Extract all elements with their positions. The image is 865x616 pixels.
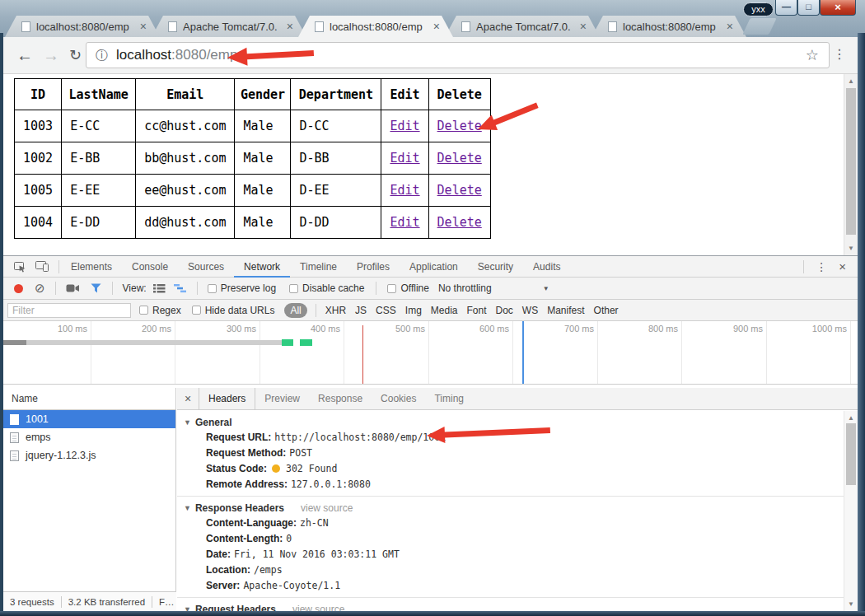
device-toolbar-icon[interactable]	[35, 260, 49, 273]
browser-tab-3-active[interactable]: localhost:8080/emp ×	[298, 16, 453, 37]
request-row-emps[interactable]: emps	[3, 428, 175, 446]
view-source-link[interactable]: view source	[301, 502, 353, 514]
window-minimize-button[interactable]: —	[775, 0, 797, 16]
filter-type-js[interactable]: JS	[355, 305, 367, 316]
browser-tab-1[interactable]: localhost:8080/emp ×	[5, 16, 160, 37]
clear-icon[interactable]: ⊘	[35, 281, 45, 296]
response-headers-header[interactable]: ▼ Response Headers view source	[184, 502, 844, 514]
tab-network[interactable]: Network	[234, 256, 290, 278]
filter-type-other[interactable]: Other	[594, 305, 619, 316]
delete-link[interactable]: Delete	[437, 151, 482, 166]
browser-tab-4[interactable]: Apache Tomcat/7.0. ×	[445, 16, 600, 37]
offline-checkbox[interactable]: Offline	[387, 282, 428, 294]
profile-badge[interactable]: yxx	[743, 2, 774, 16]
disable-cache-checkbox[interactable]: Disable cache	[289, 282, 364, 294]
devtools-menu-icon[interactable]: ⋮	[816, 260, 827, 273]
checkbox-icon[interactable]	[289, 284, 298, 293]
edit-link[interactable]: Edit	[390, 183, 419, 198]
tab-elements[interactable]: Elements	[61, 256, 122, 278]
tab-response[interactable]: Response	[309, 388, 372, 410]
filter-type-manifest[interactable]: Manifest	[547, 305, 584, 316]
waterfall-view-icon[interactable]	[174, 283, 187, 293]
preserve-log-checkbox[interactable]: Preserve log	[208, 282, 276, 294]
scrollbar-thumb[interactable]	[846, 423, 856, 485]
reload-icon[interactable]: ↻	[69, 45, 82, 65]
request-row-1001[interactable]: 1001	[3, 410, 175, 428]
tab-timeline[interactable]: Timeline	[290, 256, 347, 278]
tab-close-icon[interactable]: ×	[140, 21, 147, 32]
tab-close-icon[interactable]: ×	[433, 21, 440, 32]
tab-cookies[interactable]: Cookies	[372, 388, 425, 410]
filter-input[interactable]	[7, 303, 131, 318]
tab-application[interactable]: Application	[400, 256, 468, 278]
back-icon[interactable]: ←	[16, 45, 33, 65]
scroll-up-icon[interactable]: ▲	[844, 77, 858, 85]
throttling-select[interactable]: No throttling	[438, 282, 492, 294]
scrollbar-thumb[interactable]	[846, 88, 856, 235]
scroll-down-icon[interactable]: ▼	[844, 600, 858, 608]
request-headers-header[interactable]: ▼ Request Headers view source	[184, 604, 844, 611]
browser-tab-5[interactable]: localhost:8080/emp ×	[591, 16, 746, 37]
tab-security[interactable]: Security	[468, 256, 523, 278]
disclosure-triangle-icon[interactable]: ▼	[184, 605, 191, 611]
window-close-button[interactable]: ×	[820, 0, 856, 16]
tab-console[interactable]: Console	[122, 256, 178, 278]
filter-funnel-icon[interactable]	[91, 283, 101, 293]
checkbox-icon[interactable]	[208, 284, 217, 293]
filter-type-img[interactable]: Img	[405, 305, 422, 316]
detail-scrollbar[interactable]: ▲ ▼	[844, 411, 858, 611]
filter-type-ws[interactable]: WS	[522, 305, 538, 316]
filter-type-doc[interactable]: Doc	[496, 305, 513, 316]
delete-link[interactable]: Delete	[437, 215, 482, 230]
filter-type-xhr[interactable]: XHR	[325, 305, 346, 316]
tab-audits[interactable]: Audits	[523, 256, 570, 278]
scroll-up-icon[interactable]: ▲	[844, 414, 858, 422]
address-bar[interactable]: ⓘ localhost:8080/emps ☆	[86, 42, 830, 68]
request-row-jquery[interactable]: jquery-1.12.3.js	[3, 446, 175, 464]
hide-data-urls-checkbox[interactable]: Hide data URLs	[192, 305, 275, 316]
tab-headers[interactable]: Headers	[199, 388, 255, 410]
browser-menu-icon[interactable]: ⋮	[833, 46, 846, 62]
tab-close-icon[interactable]: ×	[580, 21, 587, 32]
checkbox-icon[interactable]	[139, 306, 148, 315]
devtools-close-icon[interactable]: ×	[839, 259, 846, 273]
window-maximize-button[interactable]: □	[797, 0, 820, 16]
network-timeline-overview[interactable]: 100 ms 200 ms 300 ms 400 ms 500 ms 600 m…	[3, 321, 858, 385]
edit-link[interactable]: Edit	[390, 215, 419, 230]
general-section-header[interactable]: ▼ General	[184, 417, 844, 428]
filter-type-font[interactable]: Font	[467, 305, 487, 316]
list-view-icon[interactable]	[153, 283, 166, 293]
tab-close-icon[interactable]: ×	[287, 21, 293, 32]
checkbox-icon[interactable]	[192, 306, 201, 315]
filter-type-css[interactable]: CSS	[376, 305, 396, 316]
edit-link[interactable]: Edit	[390, 119, 419, 133]
detail-close-icon[interactable]: ×	[177, 388, 199, 410]
checkbox-icon[interactable]	[387, 284, 396, 293]
edit-link[interactable]: Edit	[390, 151, 419, 166]
browser-tab-2[interactable]: Apache Tomcat/7.0. ×	[152, 16, 306, 37]
regex-checkbox[interactable]: Regex	[139, 305, 181, 316]
record-icon[interactable]	[14, 284, 23, 293]
dropdown-arrow-icon[interactable]: ▼	[543, 285, 549, 292]
tab-profiles[interactable]: Profiles	[347, 256, 400, 278]
scroll-down-icon[interactable]: ▼	[844, 245, 858, 252]
filter-type-all[interactable]: All	[284, 303, 306, 318]
disclosure-triangle-icon[interactable]: ▼	[184, 504, 191, 512]
delete-link[interactable]: Delete	[437, 119, 482, 133]
disclosure-triangle-icon[interactable]: ▼	[184, 418, 191, 427]
tab-timing[interactable]: Timing	[425, 388, 473, 410]
delete-link[interactable]: Delete	[437, 183, 482, 198]
info-icon[interactable]: ⓘ	[96, 48, 108, 63]
screenshot-camera-icon[interactable]	[66, 283, 80, 293]
forward-icon[interactable]: →	[43, 45, 59, 65]
view-source-link[interactable]: view source	[292, 604, 344, 611]
new-tab-button[interactable]	[742, 18, 776, 35]
tab-close-icon[interactable]: ×	[727, 21, 733, 32]
bookmark-star-icon[interactable]: ☆	[806, 46, 819, 64]
page-scrollbar[interactable]: ▲ ▼	[844, 74, 858, 255]
tab-sources[interactable]: Sources	[178, 256, 234, 278]
filter-type-media[interactable]: Media	[431, 305, 458, 316]
name-column-header[interactable]: Name	[3, 388, 175, 410]
tab-preview[interactable]: Preview	[255, 388, 309, 410]
inspect-element-icon[interactable]	[13, 260, 27, 273]
